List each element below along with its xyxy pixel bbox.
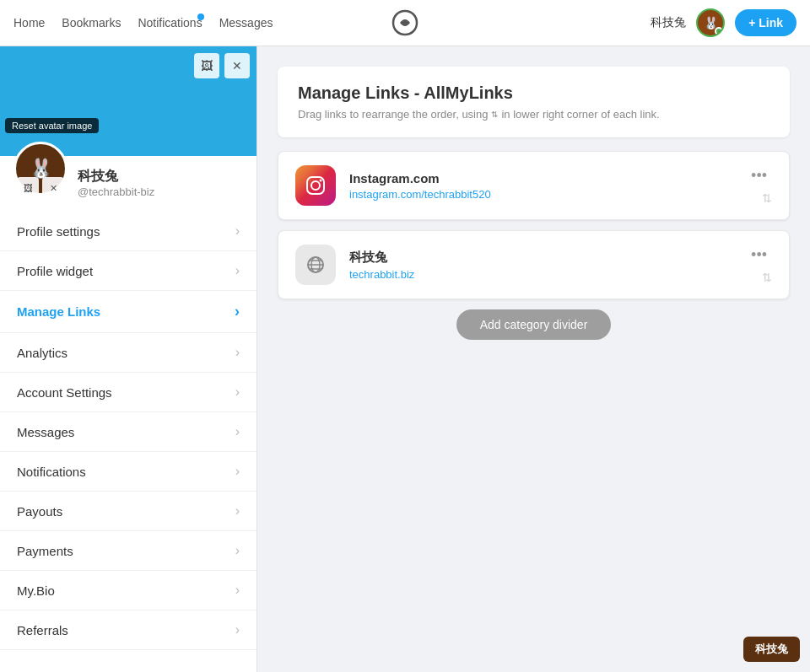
subtitle-text: Drag links to rearrange the order, using (298, 108, 488, 121)
sidebar-label-payouts: Payouts (17, 504, 62, 519)
chevron-right-icon-0: › (235, 223, 240, 239)
instagram-link-url: instagram.com/techrabbit520 (349, 188, 732, 201)
sidebar-label-mybio: My.Bio (17, 583, 55, 598)
add-category-divider-button[interactable]: Add category divider (456, 309, 612, 340)
page-subtitle: Drag links to rearrange the order, using… (298, 108, 770, 121)
chevron-right-icon-5: › (235, 424, 240, 439)
svg-point-2 (320, 180, 322, 182)
profile-info: Reset avatar image 🐰 🖼 ✕ 科技兔 @techrabbit… (0, 156, 256, 212)
techrabbit-link-url: techrabbit.biz (349, 268, 732, 281)
sidebar-item-payouts[interactable]: Payouts › (0, 492, 256, 531)
sidebar-label-profile-widget: Profile widget (17, 264, 93, 278)
sidebar-item-payments[interactable]: Payments › (0, 531, 256, 571)
avatar-online-dot (715, 27, 723, 35)
avatar-tooltip: Reset avatar image (5, 118, 99, 133)
techrabbit-link-actions: ••• ⇅ (746, 245, 772, 284)
chevron-right-icon-active: › (235, 303, 240, 320)
chevron-right-icon-4: › (235, 384, 240, 400)
link-card-instagram: Instagram.com instagram.com/techrabbit52… (278, 151, 790, 220)
nav-bookmarks[interactable]: Bookmarks (62, 16, 121, 30)
techrabbit-link-title: 科技兔 (349, 250, 732, 266)
topnav: Home Bookmarks Notifications Messages 科技… (0, 0, 810, 46)
sidebar-label-referrals: Referrals (17, 623, 68, 637)
sidebar-item-manage-links[interactable]: Manage Links › (0, 291, 256, 333)
nav-notifications-link: Notifications (138, 16, 202, 30)
instagram-link-info: Instagram.com instagram.com/techrabbit52… (349, 171, 732, 201)
chevron-right-icon-10: › (235, 622, 240, 637)
add-link-button[interactable]: + Link (735, 9, 796, 36)
sidebar-label-analytics: Analytics (17, 346, 68, 360)
techrabbit-drag-handle[interactable]: ⇅ (762, 271, 772, 284)
sidebar-item-account-settings[interactable]: Account Settings › (0, 373, 256, 412)
layout: 🖼 ✕ Reset avatar image 🐰 🖼 ✕ 科技兔 @techra… (0, 46, 810, 672)
nav-notifications-icon[interactable]: Notifications (138, 15, 202, 30)
notification-dot (197, 13, 204, 20)
instagram-drag-handle[interactable]: ⇅ (762, 191, 772, 205)
topnav-right: 科技兔 🐰 + Link (651, 8, 796, 37)
chevron-right-icon-6: › (235, 464, 240, 479)
topnav-avatar[interactable]: 🐰 (696, 8, 725, 37)
sidebar-item-referrals[interactable]: Referrals › (0, 610, 256, 650)
subtitle-suffix: in lower right corner of each link. (501, 108, 659, 121)
sidebar-label-profile-settings: Profile settings (17, 224, 100, 239)
svg-point-1 (311, 181, 320, 190)
sidebar-label-notifications: Notifications (17, 465, 86, 479)
avatar-remove-btn[interactable]: ✕ (42, 177, 64, 199)
nav-home[interactable]: Home (14, 16, 45, 30)
link-card-techrabbit: 科技兔 techrabbit.biz ••• ⇅ (278, 230, 790, 299)
profile-image-button[interactable]: 🖼 (194, 53, 219, 78)
techrabbit-more-button[interactable]: ••• (746, 245, 772, 264)
globe-svg (304, 253, 327, 277)
page-header: Manage Links - AllMyLinks Drag links to … (278, 67, 790, 137)
profile-avatar-wrap: Reset avatar image 🐰 🖼 ✕ (14, 142, 68, 196)
chevron-right-icon-9: › (235, 583, 240, 598)
avatar-controls: 🖼 ✕ (14, 177, 68, 199)
chevron-right-icon-8: › (235, 543, 240, 558)
sidebar-label-manage-links: Manage Links (17, 304, 100, 319)
sidebar-item-profile-settings[interactable]: Profile settings › (0, 212, 256, 251)
instagram-link-actions: ••• ⇅ (746, 166, 772, 205)
techrabbit-link-info: 科技兔 techrabbit.biz (349, 250, 732, 281)
sidebar-item-mybio[interactable]: My.Bio › (0, 571, 256, 610)
globe-icon (295, 245, 336, 285)
avatar-image-btn[interactable]: 🖼 (17, 177, 39, 199)
instagram-icon (295, 165, 336, 206)
sidebar-item-messages[interactable]: Messages › (0, 412, 256, 452)
sort-icon: ⇅ (491, 110, 498, 119)
sidebar-label-messages: Messages (17, 425, 74, 439)
bottom-badge: 科技兔 (743, 637, 800, 662)
sidebar-label-account-settings: Account Settings (17, 385, 112, 400)
instagram-more-button[interactable]: ••• (746, 166, 772, 185)
instagram-link-title: Instagram.com (349, 171, 732, 185)
profile-display-name: 科技兔 (78, 168, 154, 185)
nav-messages[interactable]: Messages (219, 16, 273, 30)
sidebar-item-notifications[interactable]: Notifications › (0, 452, 256, 492)
sidebar-item-profile-widget[interactable]: Profile widget › (0, 251, 256, 291)
chevron-right-icon-7: › (235, 503, 240, 519)
profile-name-wrap: 科技兔 @techrabbit-biz (78, 168, 154, 198)
main-content: Manage Links - AllMyLinks Drag links to … (257, 46, 810, 672)
instagram-svg (304, 174, 327, 197)
profile-handle: @techrabbit-biz (78, 185, 154, 198)
sidebar: 🖼 ✕ Reset avatar image 🐰 🖼 ✕ 科技兔 @techra… (0, 46, 257, 672)
site-logo[interactable] (390, 8, 420, 38)
page-title: Manage Links - AllMyLinks (298, 83, 770, 103)
topnav-center (390, 8, 420, 38)
sidebar-label-payments: Payments (17, 544, 73, 558)
profile-header-close[interactable]: ✕ (224, 53, 250, 78)
profile-header-bg: 🖼 ✕ (0, 46, 256, 156)
chevron-right-icon-1: › (235, 263, 240, 278)
profile-header-controls: 🖼 ✕ (194, 53, 250, 78)
sidebar-item-analytics[interactable]: Analytics › (0, 333, 256, 373)
sidebar-nav: Profile settings › Profile widget › Mana… (0, 212, 256, 650)
topnav-links: Home Bookmarks Notifications Messages (14, 15, 273, 30)
topnav-username: 科技兔 (651, 15, 686, 30)
logo-svg (390, 8, 420, 38)
chevron-right-icon-3: › (235, 345, 240, 360)
